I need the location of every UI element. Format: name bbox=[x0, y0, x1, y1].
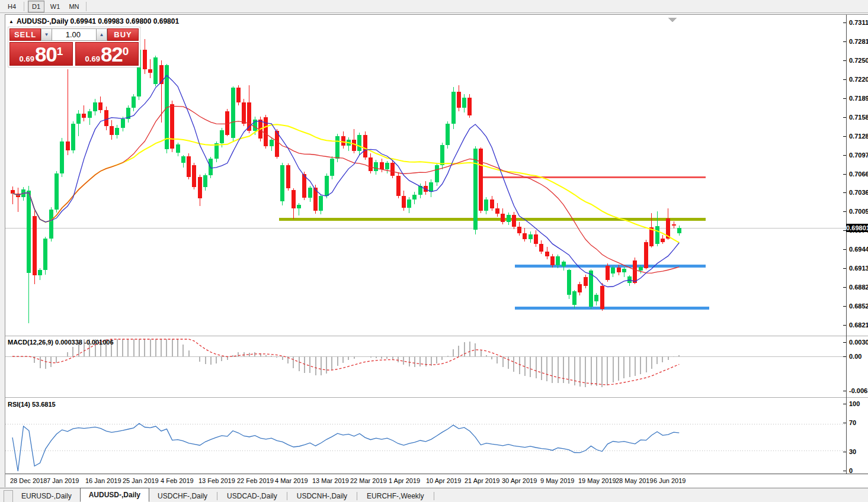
candle-body bbox=[655, 226, 659, 244]
tab-stub[interactable] bbox=[4, 490, 13, 502]
candle-body bbox=[270, 140, 274, 146]
candle-body bbox=[242, 102, 246, 124]
candle-body bbox=[38, 270, 42, 275]
candle-body bbox=[357, 135, 361, 151]
candle-body bbox=[319, 196, 323, 211]
candle-body bbox=[115, 128, 119, 136]
price-axis-tick bbox=[843, 268, 846, 269]
candle-body bbox=[286, 165, 290, 188]
price-axis-label: 0.73115 bbox=[849, 19, 868, 26]
tab-usdcad-daily[interactable]: USDCAD-,Daily bbox=[219, 490, 286, 502]
price-axis-label: 0.70665 bbox=[849, 170, 868, 178]
tab-usdcnh-daily[interactable]: USDCNH-,Daily bbox=[289, 490, 355, 502]
toolbar-separator bbox=[24, 2, 24, 11]
panel-separator[interactable] bbox=[5, 397, 868, 398]
candle-body bbox=[236, 88, 241, 102]
price-axis-tick bbox=[843, 325, 846, 326]
macd-panel[interactable] bbox=[5, 337, 846, 395]
price-axis-label: 0.70970 bbox=[849, 152, 868, 159]
macd-axis-label: -0.006311 bbox=[849, 387, 868, 394]
macd-axis-label: 0.003035 bbox=[849, 339, 868, 346]
price-axis-label: 0.72200 bbox=[849, 76, 868, 83]
candle-body bbox=[672, 224, 676, 226]
rsi-panel[interactable] bbox=[5, 398, 846, 474]
collapse-trade-panel-icon[interactable]: ▲ bbox=[9, 19, 14, 24]
price-axis-tick bbox=[843, 41, 846, 42]
candle-body bbox=[457, 92, 461, 108]
volume-input[interactable]: 1.00 bbox=[52, 28, 96, 41]
candle-body bbox=[462, 98, 466, 108]
candle-body bbox=[330, 159, 334, 176]
candle-body bbox=[170, 104, 174, 149]
toolbar-separator bbox=[86, 2, 87, 11]
tab-usdchf-daily[interactable]: USDCHF-,Daily bbox=[149, 490, 216, 502]
candle-body bbox=[363, 135, 367, 157]
candle-body bbox=[110, 126, 114, 135]
candle-body bbox=[231, 88, 235, 138]
symbol-tab-bar: EURUSD-,DailyAUDUSD-,DailyUSDCHF-,DailyU… bbox=[0, 488, 868, 502]
candle-body bbox=[104, 110, 108, 126]
buy-button[interactable]: BUY bbox=[107, 28, 139, 41]
buy-price-tile[interactable]: 0.69 82 0 bbox=[75, 42, 139, 66]
candle-body bbox=[176, 144, 180, 153]
timeframe-button-w1[interactable]: W1 bbox=[47, 1, 63, 12]
candle-body bbox=[220, 130, 224, 143]
time-axis-label: 28 May 2019 bbox=[616, 477, 654, 484]
candle-body bbox=[451, 92, 456, 124]
candle-body bbox=[292, 190, 296, 208]
price-axis-label: 0.69130 bbox=[849, 265, 868, 272]
candle-body bbox=[622, 269, 626, 272]
price-axis-tick bbox=[843, 79, 846, 80]
timeframe-button-h4[interactable]: H4 bbox=[4, 1, 20, 12]
buy-price-prefix: 0.69 bbox=[85, 54, 100, 63]
panel-separator[interactable] bbox=[5, 336, 868, 336]
candle-body bbox=[198, 177, 202, 198]
candle-body bbox=[390, 163, 395, 176]
candle-body bbox=[501, 214, 505, 222]
candle-body bbox=[159, 65, 164, 84]
current-price-tag: 0.69801 bbox=[846, 224, 868, 232]
time-axis-label: 13 Feb 2019 bbox=[198, 477, 235, 484]
timeframe-button-d1[interactable]: D1 bbox=[28, 1, 44, 12]
symbol-ohlc-header: ▲AUDUSD-,Daily 0.69941 0.69983 0.69800 0… bbox=[9, 17, 179, 25]
candle-body bbox=[82, 114, 86, 117]
candle-body bbox=[88, 111, 92, 117]
candle-body bbox=[209, 159, 213, 175]
candle-body bbox=[60, 141, 64, 173]
sell-price-tile[interactable]: 0.69 80 1 bbox=[9, 42, 73, 66]
buy-price-big: 82 bbox=[101, 43, 123, 66]
time-axis-label: 6 Jun 2019 bbox=[654, 477, 686, 484]
candle-body bbox=[484, 199, 488, 211]
candle-body bbox=[192, 165, 196, 187]
volume-decrease-button[interactable]: ▼ bbox=[41, 28, 52, 41]
candle-body bbox=[55, 173, 59, 210]
candle-body bbox=[121, 119, 125, 128]
timeframe-button-mn[interactable]: MN bbox=[66, 1, 82, 12]
tab-audusd-daily[interactable]: AUDUSD-,Daily bbox=[80, 488, 149, 502]
macd-axis-tick bbox=[843, 391, 846, 391]
price-axis-tick bbox=[843, 287, 846, 288]
volume-increase-button[interactable]: ▲ bbox=[96, 28, 107, 41]
candle-body bbox=[446, 124, 450, 145]
rsi-axis-tick bbox=[843, 404, 846, 404]
tab-eurchf-weekly[interactable]: EURCHF-,Weekly bbox=[358, 490, 432, 502]
candle-body bbox=[556, 256, 560, 265]
sell-button[interactable]: SELL bbox=[9, 28, 41, 41]
price-axis-tick bbox=[843, 249, 846, 250]
candle-body bbox=[600, 286, 604, 310]
price-axis-tick bbox=[843, 22, 846, 23]
candle-body bbox=[473, 149, 478, 230]
rsi-header: RSI(14) 53.6815 bbox=[8, 401, 56, 408]
candle-body bbox=[435, 165, 439, 182]
rsi-axis-tick bbox=[843, 452, 846, 452]
candle-body bbox=[512, 215, 516, 227]
candle-body bbox=[148, 69, 152, 73]
rsi-axis-label: 30 bbox=[849, 448, 856, 455]
tab-eurusd-daily[interactable]: EURUSD-,Daily bbox=[13, 490, 80, 502]
price-axis-label: 0.70360 bbox=[849, 189, 868, 196]
candle-body bbox=[66, 141, 70, 151]
price-axis-label: 0.72505 bbox=[849, 57, 868, 64]
price-axis-label: 0.71890 bbox=[849, 95, 868, 102]
time-axis-label: 19 May 2019 bbox=[578, 477, 616, 484]
price-axis-tick bbox=[843, 60, 846, 61]
